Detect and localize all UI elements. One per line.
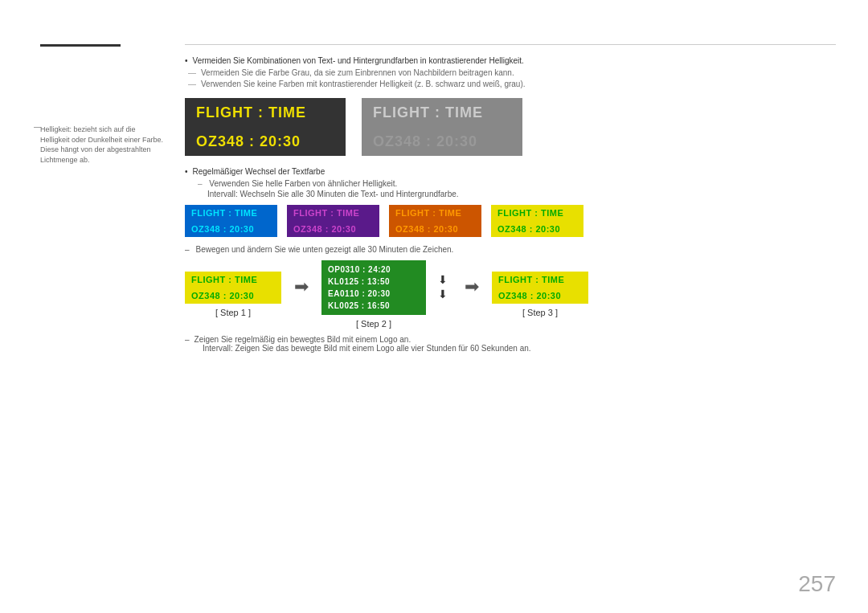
- step3-label: [ Step 3 ]: [522, 308, 558, 317]
- step1-header: FLIGHT : TIME: [185, 272, 281, 288]
- page-number: 257: [798, 571, 836, 597]
- arrow2-icon: ➡: [465, 276, 479, 313]
- small-display1-data: OZ348 : 20:30: [185, 221, 277, 237]
- top-line: [185, 44, 836, 45]
- arrow1-icon: ➡: [294, 276, 309, 313]
- main-content: Vermeiden Sie Kombinationen von Text- un…: [185, 56, 836, 353]
- large-display-1: FLIGHT : TIME OZ348 : 20:30: [185, 98, 346, 156]
- step2-line3: EA0110 : 20:30: [328, 288, 420, 300]
- bullet-item-1: Vermeiden Sie Kombinationen von Text- un…: [185, 56, 836, 65]
- small-displays-row: FLIGHT : TIME OZ348 : 20:30 FLIGHT : TIM…: [185, 205, 836, 237]
- small-display1-header: FLIGHT : TIME: [185, 205, 277, 221]
- dash-item-1: Vermeiden Sie die Farbe Grau, da sie zum…: [185, 68, 836, 77]
- small-display-2: FLIGHT : TIME OZ348 : 20:30: [287, 205, 379, 237]
- step1-label: [ Step 1 ]: [215, 308, 251, 317]
- step3-data: OZ348 : 20:30: [492, 288, 588, 304]
- section4-sub: Intervall: Zeigen Sie das bewegte Bild m…: [185, 344, 836, 353]
- step2-line1: OP0310 : 24:20: [328, 264, 420, 276]
- step2-container: OP0310 : 24:20 KL0125 : 13:50 EA0110 : 2…: [321, 260, 426, 329]
- display2-header: FLIGHT : TIME: [362, 98, 522, 128]
- section4-dash: Zeigen Sie regelmäßig ein bewegtes Bild …: [185, 335, 836, 344]
- dash-item-2: Verwenden Sie keine Farben mit kontrasti…: [185, 80, 836, 88]
- section2-sub1: – Verwenden Sie helle Farben von ähnlich…: [185, 179, 836, 188]
- small-display3-data: OZ348 : 20:30: [389, 221, 481, 237]
- down-arrow-2: ⬇: [438, 288, 448, 300]
- sidebar-accent: [40, 44, 121, 47]
- small-display-4: FLIGHT : TIME OZ348 : 20:30: [491, 205, 583, 237]
- bullet-list: Vermeiden Sie Kombinationen von Text- un…: [185, 56, 836, 88]
- down-arrows: ⬇ ⬇: [438, 273, 448, 300]
- step3-container: FLIGHT : TIME OZ348 : 20:30 [ Step 3 ]: [492, 272, 588, 317]
- small-display4-data: OZ348 : 20:30: [491, 221, 583, 237]
- step1-box: FLIGHT : TIME OZ348 : 20:30: [185, 272, 281, 304]
- small-display2-data: OZ348 : 20:30: [287, 221, 379, 237]
- down-arrow-1: ⬇: [438, 273, 448, 286]
- section4-note: Zeigen Sie regelmäßig ein bewegtes Bild …: [185, 335, 836, 353]
- step3-box: FLIGHT : TIME OZ348 : 20:30: [492, 272, 588, 304]
- step2-box: OP0310 : 24:20 KL0125 : 13:50 EA0110 : 2…: [321, 260, 426, 315]
- small-display-1: FLIGHT : TIME OZ348 : 20:30: [185, 205, 277, 237]
- step2-label: [ Step 2 ]: [356, 319, 391, 329]
- step1-data: OZ348 : 20:30: [185, 288, 281, 304]
- step2-line2: KL0125 : 13:50: [328, 276, 420, 288]
- section2-sub2: Intervall: Wechseln Sie alle 30 Minuten …: [185, 190, 836, 198]
- small-display-3: FLIGHT : TIME OZ348 : 20:30: [389, 205, 481, 237]
- section3-dash: Bewegen und ändern Sie wie unten gezeigt…: [185, 245, 836, 254]
- small-display4-header: FLIGHT : TIME: [491, 205, 583, 221]
- section2-bullet: Regelmäßiger Wechsel der Textfarbe: [185, 167, 836, 176]
- display1-header: FLIGHT : TIME: [185, 98, 346, 128]
- small-display2-header: FLIGHT : TIME: [287, 205, 379, 221]
- sidebar-note: Helligkeit: bezieht sich auf die Helligk…: [40, 125, 165, 165]
- large-display-2: FLIGHT : TIME OZ348 : 20:30: [362, 98, 522, 156]
- step2-line4: KL0025 : 16:50: [328, 300, 420, 312]
- steps-section: FLIGHT : TIME OZ348 : 20:30 [ Step 1 ] ➡…: [185, 260, 836, 329]
- step3-header: FLIGHT : TIME: [492, 272, 588, 288]
- display2-data: OZ348 : 20:30: [362, 128, 522, 156]
- display1-data: OZ348 : 20:30: [185, 128, 346, 156]
- step1-container: FLIGHT : TIME OZ348 : 20:30 [ Step 1 ]: [185, 272, 281, 317]
- small-display3-header: FLIGHT : TIME: [389, 205, 481, 221]
- large-displays-row: FLIGHT : TIME OZ348 : 20:30 FLIGHT : TIM…: [185, 98, 836, 156]
